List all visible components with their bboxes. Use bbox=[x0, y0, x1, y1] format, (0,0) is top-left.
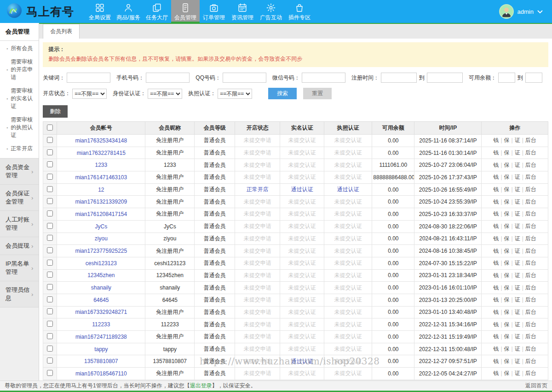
op-deposit-link[interactable]: 保 bbox=[504, 210, 510, 217]
op-deposit-link[interactable]: 保 bbox=[504, 370, 510, 376]
op-cert-link[interactable]: 证 bbox=[515, 309, 520, 315]
sidebar-section-4[interactable]: 人工对账管理› bbox=[0, 211, 39, 237]
sidebar-section-5[interactable]: 会员提现› bbox=[0, 237, 39, 255]
row-checkbox[interactable] bbox=[47, 333, 53, 339]
nav-item-4[interactable]: 会员管理 bbox=[171, 0, 200, 23]
member-account[interactable]: mian1761321339209 bbox=[75, 199, 127, 205]
tab-member-list[interactable]: 会员列表 bbox=[43, 24, 80, 39]
nav-item-1[interactable]: 全局设置 bbox=[86, 0, 114, 23]
row-checkbox[interactable] bbox=[47, 210, 53, 216]
op-money-link[interactable]: 钱 bbox=[493, 137, 499, 143]
nav-item-6[interactable]: 资讯管理 bbox=[228, 0, 257, 23]
op-backend-link[interactable]: 后台 bbox=[525, 284, 536, 291]
sidebar-item-1-1[interactable]: ▪所有会员 bbox=[0, 42, 39, 55]
nav-item-5[interactable]: 订单管理 bbox=[200, 0, 228, 23]
balance-max-input[interactable] bbox=[525, 73, 542, 83]
sidebar-section-1[interactable]: 会员管理 bbox=[0, 23, 39, 41]
op-money-link[interactable]: 钱 bbox=[493, 346, 499, 352]
search-button[interactable]: 搜索 bbox=[268, 88, 297, 99]
row-checkbox[interactable] bbox=[47, 296, 53, 302]
op-deposit-link[interactable]: 保 bbox=[504, 149, 510, 156]
sidebar-section-6[interactable]: IP黑名单管理› bbox=[0, 255, 39, 281]
member-account[interactable]: mian176322781415 bbox=[77, 150, 126, 156]
op-backend-link[interactable]: 后台 bbox=[525, 346, 536, 352]
row-checkbox[interactable] bbox=[47, 235, 53, 241]
member-account[interactable]: 12 bbox=[98, 187, 104, 193]
wechat-input[interactable] bbox=[302, 73, 345, 83]
op-money-link[interactable]: 钱 bbox=[493, 149, 499, 156]
member-account[interactable]: mian1723775925225 bbox=[75, 248, 127, 254]
op-cert-link[interactable]: 证 bbox=[515, 137, 520, 143]
op-backend-link[interactable]: 后台 bbox=[525, 174, 536, 180]
register-time-start-input[interactable] bbox=[381, 73, 417, 83]
member-account[interactable]: 112233 bbox=[92, 321, 110, 328]
op-money-link[interactable]: 钱 bbox=[493, 223, 499, 229]
qq-input[interactable] bbox=[223, 73, 266, 83]
op-money-link[interactable]: 钱 bbox=[493, 260, 499, 266]
mobile-input[interactable] bbox=[146, 73, 190, 83]
real-auth-status[interactable]: 通过认证 bbox=[291, 358, 313, 364]
member-account[interactable]: ziyou bbox=[95, 235, 108, 242]
op-backend-link[interactable]: 后台 bbox=[525, 260, 536, 266]
member-account[interactable]: mian1761208417154 bbox=[75, 211, 127, 217]
op-deposit-link[interactable]: 保 bbox=[504, 174, 510, 180]
op-deposit-link[interactable]: 保 bbox=[504, 333, 510, 340]
op-backend-link[interactable]: 后台 bbox=[525, 296, 536, 303]
op-backend-link[interactable]: 后台 bbox=[525, 333, 536, 340]
op-money-link[interactable]: 钱 bbox=[493, 235, 499, 242]
op-cert-link[interactable]: 证 bbox=[515, 260, 520, 266]
op-backend-link[interactable]: 后台 bbox=[525, 137, 536, 143]
op-money-link[interactable]: 钱 bbox=[493, 174, 499, 180]
op-deposit-link[interactable]: 保 bbox=[504, 284, 510, 291]
op-backend-link[interactable]: 后台 bbox=[525, 199, 536, 205]
row-checkbox[interactable] bbox=[47, 346, 53, 352]
op-backend-link[interactable]: 后台 bbox=[525, 186, 536, 193]
op-deposit-link[interactable]: 保 bbox=[504, 309, 510, 315]
op-backend-link[interactable]: 后台 bbox=[525, 358, 536, 364]
row-checkbox[interactable] bbox=[47, 198, 53, 204]
reset-button[interactable]: 重置 bbox=[303, 88, 332, 99]
member-account[interactable]: 64645 bbox=[93, 297, 109, 303]
op-deposit-link[interactable]: 保 bbox=[504, 260, 510, 266]
op-deposit-link[interactable]: 保 bbox=[504, 137, 510, 143]
op-money-link[interactable]: 钱 bbox=[493, 162, 499, 168]
op-backend-link[interactable]: 后台 bbox=[525, 321, 536, 328]
avatar[interactable] bbox=[499, 4, 514, 19]
op-deposit-link[interactable]: 保 bbox=[504, 321, 510, 328]
keyword-input[interactable] bbox=[67, 73, 110, 83]
row-checkbox[interactable] bbox=[47, 370, 53, 376]
row-checkbox[interactable] bbox=[47, 149, 53, 155]
member-account[interactable]: 13578810807 bbox=[84, 358, 118, 364]
shop-status-select[interactable]: ==不限== bbox=[72, 89, 107, 99]
op-backend-link[interactable]: 后台 bbox=[525, 149, 536, 156]
row-checkbox[interactable] bbox=[47, 223, 53, 229]
op-deposit-link[interactable]: 保 bbox=[504, 296, 510, 303]
op-cert-link[interactable]: 证 bbox=[515, 162, 520, 168]
op-money-link[interactable]: 钱 bbox=[493, 284, 499, 291]
member-account[interactable]: 12345zhen bbox=[87, 272, 115, 278]
member-account[interactable]: shanaily bbox=[91, 284, 111, 291]
op-deposit-link[interactable]: 保 bbox=[504, 199, 510, 205]
op-cert-link[interactable]: 证 bbox=[515, 321, 520, 328]
op-deposit-link[interactable]: 保 bbox=[504, 235, 510, 242]
sidebar-item-1-2[interactable]: ▪需要审核的开店申请 bbox=[0, 55, 39, 84]
row-checkbox[interactable] bbox=[47, 186, 53, 192]
op-money-link[interactable]: 钱 bbox=[493, 333, 499, 340]
nav-item-7[interactable]: 广告互动 bbox=[257, 0, 285, 23]
op-backend-link[interactable]: 后台 bbox=[525, 223, 536, 229]
nav-item-3[interactable]: 任务大厅 bbox=[143, 0, 171, 23]
op-backend-link[interactable]: 后台 bbox=[525, 210, 536, 217]
id-auth-select[interactable]: ==不限== bbox=[148, 89, 182, 99]
row-checkbox[interactable] bbox=[47, 272, 53, 278]
row-checkbox[interactable] bbox=[47, 308, 53, 314]
nav-item-2[interactable]: 商品/服务 bbox=[114, 0, 143, 23]
shop-status[interactable]: 正常开店 bbox=[247, 186, 269, 193]
op-cert-link[interactable]: 证 bbox=[515, 248, 520, 254]
sidebar-section-7[interactable]: 管理员信息› bbox=[0, 281, 39, 307]
op-money-link[interactable]: 钱 bbox=[493, 272, 499, 278]
op-money-link[interactable]: 钱 bbox=[493, 248, 499, 254]
logout-link[interactable]: 退出登录 bbox=[190, 382, 212, 390]
op-cert-link[interactable]: 证 bbox=[515, 174, 520, 180]
row-checkbox[interactable] bbox=[47, 284, 53, 290]
op-money-link[interactable]: 钱 bbox=[493, 309, 499, 315]
